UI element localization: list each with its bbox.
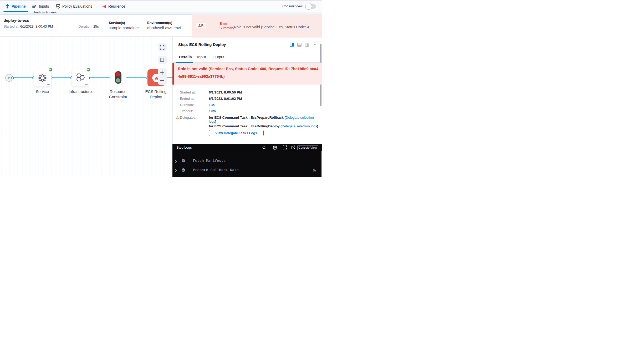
svg-text:e: e xyxy=(155,75,158,81)
